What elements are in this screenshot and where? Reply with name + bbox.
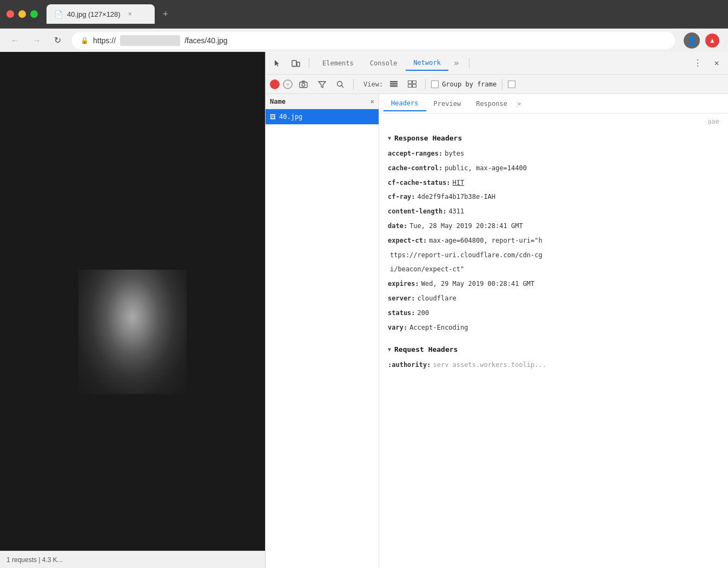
file-icon: 🖼	[270, 113, 276, 121]
traffic-lights	[6, 10, 38, 18]
svg-rect-10	[408, 81, 412, 83]
search-button[interactable]	[333, 77, 348, 92]
preserve-log-checkbox[interactable]	[508, 81, 515, 88]
network-list: Name × 🖼 40.jpg	[266, 94, 379, 568]
headers-content: aae ▼ Response Headers accept-ranges: by…	[379, 113, 728, 372]
collapse-triangle-icon: ▼	[388, 135, 391, 141]
header-key: expect-ct:	[388, 236, 427, 245]
tab-elements[interactable]: Elements	[315, 56, 361, 70]
header-value-continued: ttps://report-uri.cloudflare.com/cdn-cg	[390, 251, 542, 260]
headers-panel: Headers Preview Response » aae ▼ Respons…	[379, 94, 728, 568]
new-tab-button[interactable]: +	[157, 5, 174, 23]
select-element-button[interactable]	[270, 56, 285, 71]
header-row: cf-ray: 4de2f9fa4b17b38e-IAH	[388, 190, 719, 204]
fullscreen-window-button[interactable]	[30, 10, 38, 18]
svg-rect-12	[408, 84, 412, 87]
network-separator-1	[353, 79, 354, 90]
header-row-continued2: i/beacon/expect-ct"	[388, 262, 719, 277]
svg-rect-7	[390, 81, 398, 83]
svg-rect-11	[413, 81, 416, 83]
devtools-more-button[interactable]: ⋮	[689, 56, 706, 70]
view-label: View:	[363, 81, 383, 88]
notification-button[interactable]: ▲	[705, 34, 719, 48]
tab-headers[interactable]: Headers	[383, 96, 426, 111]
clear-button[interactable]: ⊘	[283, 79, 293, 89]
header-value: 4de2f9fa4b17b38e-IAH	[418, 192, 496, 202]
devtools-panel: Elements Console Network » ⋮ × ⊘	[265, 52, 728, 568]
header-key: expires:	[388, 279, 419, 289]
header-row: cache-control: public, max-age=14400	[388, 161, 719, 176]
header-key: cf-cache-status:	[388, 178, 451, 188]
back-button[interactable]: ←	[9, 34, 22, 48]
toolbar-separator	[309, 58, 309, 69]
header-key: cache-control:	[388, 164, 442, 173]
filter-button[interactable]	[314, 77, 329, 92]
minimize-window-button[interactable]	[18, 10, 26, 18]
tab-preview[interactable]: Preview	[426, 97, 469, 111]
tab-console[interactable]: Console	[362, 56, 405, 70]
header-row-authority: :authority: serv assets.workers.toolip..…	[388, 358, 719, 372]
tab-title: 40.jpg (127×128)	[67, 10, 121, 18]
close-window-button[interactable]	[6, 10, 14, 18]
tab-close-button[interactable]: ×	[128, 10, 132, 18]
reload-button[interactable]: ↻	[52, 33, 63, 48]
header-value: HIT	[453, 178, 465, 188]
headers-tabs: Headers Preview Response »	[379, 94, 728, 113]
group-by-frame-option[interactable]: Group by frame	[431, 81, 497, 88]
header-value: max-age=604800, report-uri="h	[429, 236, 542, 245]
header-row: expect-ct: max-age=604800, report-uri="h	[388, 233, 719, 248]
lock-icon: 🔒	[81, 37, 89, 44]
svg-rect-1	[297, 62, 300, 66]
header-value: Accept-Encoding	[409, 323, 468, 332]
header-value-continued2: i/beacon/expect-ct"	[390, 265, 464, 274]
header-row-continued: ttps://report-uri.cloudflare.com/cdn-cg	[388, 248, 719, 263]
network-separator-2	[425, 79, 426, 90]
network-item[interactable]: 🖼 40.jpg	[266, 109, 379, 124]
profile-button[interactable]: 👤	[684, 32, 700, 49]
forward-button[interactable]: →	[30, 34, 43, 48]
title-bar: 📄 40.jpg (127×128) × +	[0, 0, 728, 28]
request-headers-title[interactable]: ▼ Request Headers	[388, 339, 719, 358]
page-area: 1 requests | 4.3 K...	[0, 52, 265, 568]
address-blurred: ██████████	[120, 35, 180, 46]
screenshot-button[interactable]	[296, 77, 311, 92]
devtools-tabs: Elements Console Network »	[315, 56, 464, 71]
header-row: content-length: 4311	[388, 204, 719, 219]
svg-point-2	[294, 65, 295, 66]
tab-response[interactable]: Response	[468, 97, 515, 111]
request-headers-label: Request Headers	[394, 345, 458, 353]
record-button[interactable]	[270, 79, 280, 89]
response-headers-label: Response Headers	[394, 134, 462, 142]
tab-network[interactable]: Network	[406, 56, 448, 71]
network-toolbar: ⊘ Vi	[266, 75, 728, 94]
devtools-close-button[interactable]: ×	[710, 56, 724, 70]
close-pane-button[interactable]: ×	[370, 98, 374, 105]
address-field[interactable]: 🔒 https:// ██████████ /faces/40.jpg	[72, 32, 675, 49]
svg-rect-8	[390, 83, 398, 85]
svg-rect-9	[390, 85, 398, 87]
tab-more[interactable]: »	[449, 56, 464, 70]
group-by-frame-checkbox[interactable]	[431, 81, 439, 88]
tree-view-button[interactable]	[405, 77, 420, 92]
response-headers-title[interactable]: ▼ Response Headers	[388, 128, 719, 146]
header-row: vary: Accept-Encoding	[388, 320, 719, 335]
header-row: server: cloudflare	[388, 291, 719, 306]
header-key: vary:	[388, 323, 407, 332]
headers-tab-more[interactable]: »	[517, 100, 521, 108]
device-toggle-button[interactable]	[288, 56, 303, 71]
network-list-header: Name ×	[266, 94, 379, 109]
header-key: accept-ranges:	[388, 149, 442, 158]
browser-tab[interactable]: 📄 40.jpg (127×128) ×	[47, 4, 155, 24]
list-view-button[interactable]	[386, 77, 401, 92]
address-suffix: /faces/40.jpg	[184, 36, 227, 45]
devtools-toolbar: Elements Console Network » ⋮ ×	[266, 52, 728, 75]
tab-favicon: 📄	[54, 10, 63, 18]
toolbar-separator-2	[469, 58, 469, 69]
address-bar: ← → ↻ 🔒 https:// ██████████ /faces/40.jp…	[0, 28, 728, 52]
header-value: 4311	[448, 207, 464, 216]
header-key: date:	[388, 222, 407, 231]
status-text: 1 requests | 4.3 K...	[6, 556, 63, 564]
header-value: public, max-age=14400	[445, 164, 527, 173]
header-key: server:	[388, 294, 415, 303]
tab-bar: 📄 40.jpg (127×128) × +	[47, 4, 722, 24]
